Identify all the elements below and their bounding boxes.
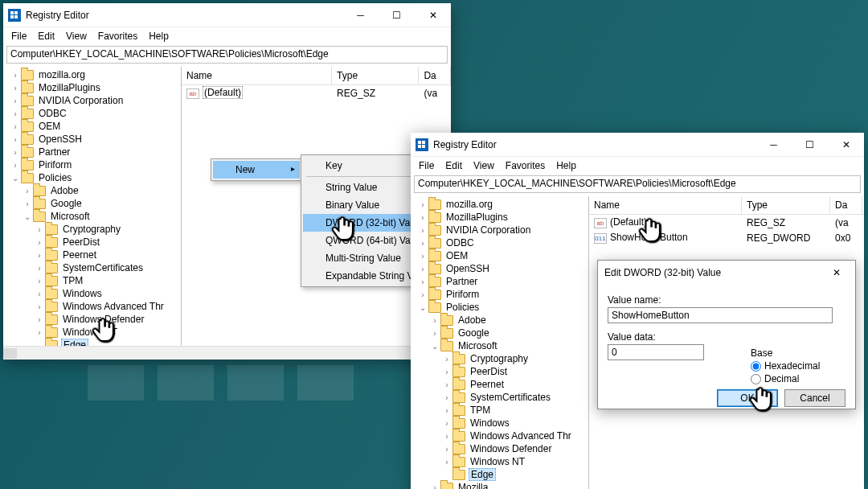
taskbar-tile[interactable] — [88, 365, 144, 401]
taskbar-tile[interactable] — [227, 365, 284, 401]
tree-item-google[interactable]: ›Google — [3, 197, 181, 210]
chevron-right-icon[interactable]: › — [441, 445, 452, 454]
tree-item-openssh[interactable]: ›OpenSSH — [3, 133, 181, 146]
chevron-right-icon[interactable]: › — [441, 432, 452, 441]
tree-item-microsoft[interactable]: ⌄Microsoft — [3, 210, 181, 223]
chevron-right-icon[interactable]: › — [429, 329, 440, 338]
chevron-right-icon[interactable]: › — [429, 483, 440, 490]
tree-item-peernet[interactable]: ›Peernet — [3, 249, 181, 261]
context-item-key[interactable]: Key — [303, 157, 424, 175]
tree-item-piriform[interactable]: ›Piriform — [411, 288, 588, 301]
chevron-right-icon[interactable]: › — [34, 225, 45, 234]
minimize-button[interactable]: ─ — [755, 133, 792, 156]
column-da[interactable]: Da — [830, 196, 862, 214]
chevron-right-icon[interactable]: › — [441, 380, 452, 389]
chevron-right-icon[interactable]: › — [10, 161, 21, 170]
chevron-right-icon[interactable]: › — [10, 122, 21, 131]
maximize-button[interactable]: ☐ — [379, 3, 415, 27]
horizontal-scrollbar[interactable] — [3, 346, 451, 360]
menu-edit[interactable]: Edit — [440, 158, 467, 173]
tree-item-google[interactable]: ›Google — [411, 327, 588, 339]
tree-item-piriform[interactable]: ›Piriform — [3, 158, 181, 171]
menu-favorites[interactable]: Favorites — [501, 158, 550, 173]
tree-item-mozilla-org[interactable]: ›mozilla.org — [411, 198, 588, 211]
tree-item-windows-advanced-thr[interactable]: ›Windows Advanced Thr — [411, 429, 588, 442]
tree-item-adobe[interactable]: ›Adobe — [411, 314, 588, 327]
value-row-showhomebutton[interactable]: 011ShowHomeButtonREG_DWORD0x0 — [589, 230, 864, 245]
menubar[interactable]: FileEditViewFavoritesHelp — [411, 157, 864, 174]
chevron-right-icon[interactable]: › — [441, 419, 452, 428]
titlebar[interactable]: Registry Editor ─ ☐ ✕ — [411, 133, 864, 157]
context-item-expandable-string-value[interactable]: Expandable String Value — [303, 267, 424, 285]
menubar[interactable]: FileEditViewFavoritesHelp — [3, 27, 451, 44]
chevron-right-icon[interactable]: › — [34, 277, 45, 286]
tree-item-partner[interactable]: ›Partner — [3, 146, 181, 158]
taskbar-tile[interactable] — [158, 365, 214, 401]
value-name-input[interactable] — [608, 307, 833, 323]
minimize-button[interactable]: ─ — [342, 3, 379, 27]
tree-item-oem[interactable]: ›OEM — [3, 120, 181, 133]
menu-view[interactable]: View — [469, 158, 499, 173]
edit-dword-dialog[interactable]: Edit DWORD (32-bit) Value ✕ Value name: … — [597, 260, 856, 409]
tree-item-adobe[interactable]: ›Adobe — [3, 184, 181, 197]
registry-tree[interactable]: ›mozilla.org›MozillaPlugins›NVIDIA Corpo… — [411, 196, 589, 489]
column-da[interactable]: Da — [419, 67, 451, 84]
menu-file[interactable]: File — [6, 29, 31, 43]
tree-item-windows-nt[interactable]: ›Windows NT — [3, 326, 181, 339]
chevron-right-icon[interactable]: › — [22, 199, 33, 208]
chevron-right-icon[interactable]: › — [10, 148, 21, 157]
chevron-right-icon[interactable]: › — [441, 406, 452, 415]
menu-help[interactable]: Help — [551, 158, 581, 173]
tree-item-windows[interactable]: ›Windows — [3, 287, 181, 300]
tree-item-peernet[interactable]: ›Peernet — [411, 378, 588, 391]
tree-item-windows-defender[interactable]: ›Windows Defender — [3, 313, 181, 326]
tree-item-tpm[interactable]: ›TPM — [3, 274, 181, 287]
chevron-right-icon[interactable]: › — [441, 355, 452, 364]
context-item-dword-32-bit-value[interactable]: DWORD (32-bit) Value — [303, 214, 424, 232]
tree-item-mozillaplugins[interactable]: ›MozillaPlugins — [3, 81, 181, 94]
value-data-input[interactable] — [608, 344, 704, 360]
tree-item-odbc[interactable]: ›ODBC — [3, 107, 181, 120]
titlebar[interactable]: Registry Editor ─ ☐ ✕ — [3, 3, 451, 27]
chevron-right-icon[interactable]: › — [34, 264, 45, 273]
tree-item-windows[interactable]: ›Windows — [411, 417, 588, 429]
tree-item-systemcertificates[interactable]: ›SystemCertificates — [3, 261, 181, 274]
chevron-down-icon[interactable]: ⌄ — [417, 303, 428, 312]
chevron-right-icon[interactable]: › — [34, 315, 45, 324]
chevron-right-icon[interactable]: › — [417, 239, 428, 248]
tree-item-edge[interactable]: Edge — [411, 468, 588, 481]
tree-item-tpm[interactable]: ›TPM — [411, 404, 588, 417]
cancel-button[interactable]: Cancel — [784, 389, 845, 407]
context-item-binary-value[interactable]: Binary Value — [303, 196, 424, 214]
value-row--default-[interactable]: ab(Default)REG_SZ(va — [589, 215, 864, 230]
column-type[interactable]: Type — [332, 67, 419, 84]
chevron-right-icon[interactable]: › — [34, 251, 45, 260]
column-name[interactable]: Name — [182, 67, 332, 84]
tree-item-cryptography[interactable]: ›Cryptography — [3, 223, 181, 236]
context-submenu-new[interactable]: KeyString ValueBinary ValueDWORD (32-bit… — [301, 154, 426, 287]
tree-item-nvidia-corporation[interactable]: ›NVIDIA Corporation — [411, 224, 588, 236]
chevron-down-icon[interactable]: ⌄ — [10, 174, 21, 183]
registry-tree[interactable]: ›mozilla.org›MozillaPlugins›NVIDIA Corpo… — [3, 67, 182, 346]
address-bar[interactable]: Computer\HKEY_LOCAL_MACHINE\SOFTWARE\Pol… — [414, 175, 861, 193]
tree-item-mozillaplugins[interactable]: ›MozillaPlugins — [411, 211, 588, 224]
chevron-right-icon[interactable]: › — [417, 252, 428, 261]
tree-item-policies[interactable]: ⌄Policies — [3, 171, 181, 184]
context-item-qword-64-bit-value[interactable]: QWORD (64-bit) Value — [303, 232, 424, 249]
radio-decimal[interactable] — [751, 374, 761, 384]
tree-item-microsoft[interactable]: ⌄Microsoft — [411, 339, 588, 352]
chevron-right-icon[interactable]: › — [10, 97, 21, 105]
chevron-right-icon[interactable]: › — [417, 226, 428, 235]
dialog-titlebar[interactable]: Edit DWORD (32-bit) Value ✕ — [598, 261, 855, 285]
tree-item-peerdist[interactable]: ›PeerDist — [3, 236, 181, 249]
context-item-new[interactable]: New▸ — [213, 161, 300, 179]
tree-item-policies[interactable]: ⌄Policies — [411, 301, 588, 314]
chevron-down-icon[interactable]: ⌄ — [429, 342, 440, 351]
close-button[interactable]: ✕ — [828, 133, 864, 156]
tree-item-nvidia-corporation[interactable]: ›NVIDIA Corporation — [3, 94, 181, 107]
chevron-right-icon[interactable]: › — [34, 290, 45, 298]
chevron-right-icon[interactable]: › — [417, 213, 428, 222]
chevron-right-icon[interactable]: › — [417, 200, 428, 209]
taskbar-tile[interactable] — [297, 365, 354, 401]
chevron-right-icon[interactable]: › — [34, 328, 45, 337]
